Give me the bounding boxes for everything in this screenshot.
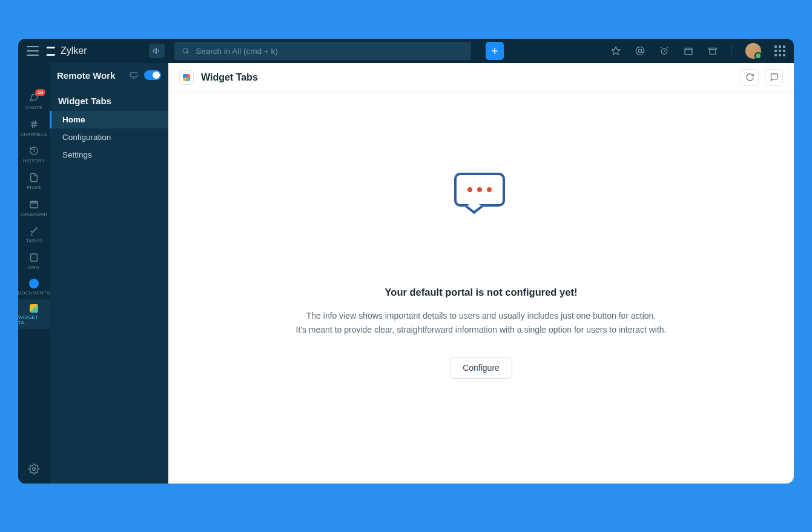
page-title: Widget Tabs <box>201 72 258 83</box>
svg-rect-3 <box>685 48 692 55</box>
empty-line-1: The info view shows important details to… <box>306 309 656 322</box>
rail-label: ORG <box>28 265 40 270</box>
monitor-icon[interactable] <box>130 71 138 79</box>
rail-tasks[interactable]: TASKS <box>18 221 50 247</box>
documents-icon <box>29 279 39 288</box>
icon-rail: 10 CHATS CHANNELS HISTORY <box>18 63 50 484</box>
remote-toggle[interactable] <box>144 70 161 80</box>
mention-icon[interactable] <box>635 45 645 56</box>
workspace-header: Remote Work <box>50 63 168 87</box>
rail-calendar[interactable]: CALENDAR <box>18 194 50 221</box>
svg-point-6 <box>33 468 36 471</box>
search-input[interactable] <box>196 47 464 56</box>
workspace-name: Remote Work <box>57 70 115 81</box>
comment-button[interactable] <box>765 69 783 86</box>
calendar-icon <box>28 199 39 210</box>
search-icon <box>182 47 190 55</box>
rail-channels[interactable]: CHANNELS <box>18 114 50 141</box>
rail-label: DOCUMENTS <box>18 290 50 296</box>
settings-gear[interactable] <box>18 454 50 484</box>
rail-label: FILES <box>27 185 41 190</box>
empty-line-2: It's meant to provide clear, straightfor… <box>296 323 667 336</box>
rail-label: CHANNELS <box>20 131 47 137</box>
sidebar-item-configuration[interactable]: Configuration <box>50 128 168 146</box>
app-window: Zylker <box>18 39 794 484</box>
rail-label: WIDGET TA... <box>18 314 50 325</box>
rail-documents[interactable]: DOCUMENTS <box>18 274 50 299</box>
svg-rect-5 <box>31 254 38 261</box>
sound-toggle[interactable] <box>149 44 165 58</box>
apps-grid-icon[interactable] <box>774 45 785 56</box>
search-bar[interactable] <box>174 42 471 60</box>
history-icon <box>28 145 39 156</box>
rail-label: CHATS <box>25 105 42 110</box>
avatar[interactable] <box>745 43 761 59</box>
rail-widget-tabs[interactable]: WIDGET TA... <box>18 299 50 329</box>
rail-badge: 10 <box>35 89 45 96</box>
secondary-sidebar: Remote Work Widget Tabs Home Configurati… <box>50 63 168 484</box>
empty-heading: Your default portal is not configured ye… <box>385 287 578 298</box>
new-button[interactable] <box>486 42 504 60</box>
divider <box>731 45 732 56</box>
rail-org[interactable]: ORG <box>18 247 50 274</box>
main-header: Widget Tabs <box>168 63 794 92</box>
main-panel: Widget Tabs Your default portal is no <box>168 63 794 484</box>
widget-app-icon <box>179 70 194 85</box>
comment-icon <box>770 73 779 82</box>
rail-label: CALENDAR <box>20 211 47 217</box>
header-right <box>610 43 785 59</box>
svg-point-0 <box>183 48 188 53</box>
calendar-popout-icon[interactable] <box>683 45 694 56</box>
svg-rect-4 <box>30 201 38 208</box>
store-icon[interactable] <box>707 45 718 56</box>
sidebar-title: Widget Tabs <box>50 87 168 111</box>
file-icon <box>28 172 39 183</box>
svg-point-1 <box>638 49 641 52</box>
refresh-icon <box>745 73 754 82</box>
rail-files[interactable]: FILES <box>18 167 50 194</box>
empty-illustration-icon <box>454 173 509 220</box>
hash-icon <box>28 119 39 130</box>
configure-button[interactable]: Configure <box>450 357 512 379</box>
rail-label: TASKS <box>26 238 42 244</box>
top-header: Zylker <box>18 39 794 63</box>
empty-state: Your default portal is not configured ye… <box>168 92 794 484</box>
rail-history[interactable]: HISTORY <box>18 141 50 167</box>
sidebar-item-settings[interactable]: Settings <box>50 146 168 164</box>
sidebar-item-home[interactable]: Home <box>50 111 168 128</box>
svg-rect-7 <box>130 73 137 77</box>
rail-label: HISTORY <box>23 158 45 164</box>
tasks-icon <box>28 225 39 236</box>
star-icon[interactable] <box>610 45 621 56</box>
reminder-icon[interactable] <box>659 45 670 56</box>
gear-icon <box>28 464 39 474</box>
widget-icon <box>30 304 38 313</box>
menu-icon[interactable] <box>27 46 39 56</box>
brand: Zylker <box>46 44 167 58</box>
refresh-button[interactable] <box>741 69 759 86</box>
brand-name: Zylker <box>61 45 87 56</box>
rail-chats[interactable]: 10 CHATS <box>18 87 50 114</box>
org-icon <box>28 252 39 263</box>
brand-logo-icon <box>46 46 56 56</box>
